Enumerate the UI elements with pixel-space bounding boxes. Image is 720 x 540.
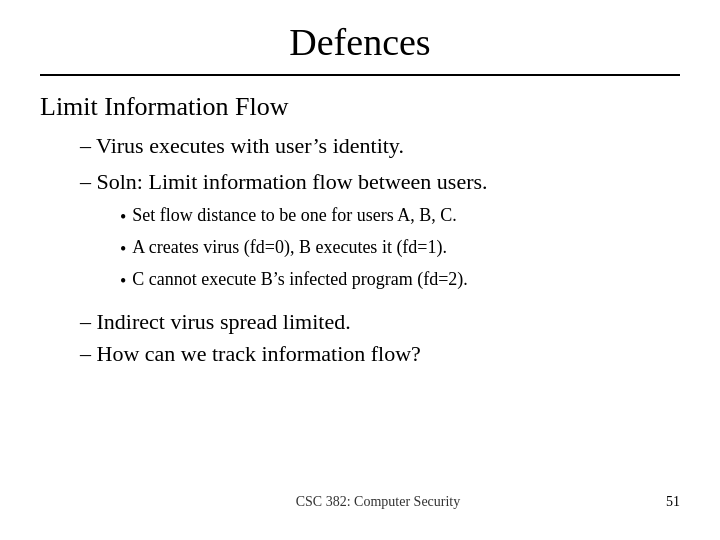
bullet-text: A creates virus (fd=0), B executes it (f…: [132, 234, 447, 260]
list-item: – Virus executes with user’s identity.: [40, 130, 680, 162]
slide-container: Defences Limit Information Flow – Virus …: [0, 0, 720, 540]
footer-page-number: 51: [666, 494, 680, 510]
list-item: • C cannot execute B’s infected program …: [40, 266, 680, 294]
list-item: • Set flow distance to be one for users …: [40, 202, 680, 230]
title-section: Defences: [40, 20, 680, 76]
list-item: • A creates virus (fd=0), B executes it …: [40, 234, 680, 262]
footer-course: CSC 382: Computer Security: [90, 494, 666, 510]
bullet-text: C cannot execute B’s infected program (f…: [132, 266, 468, 292]
list-item: – Indirect virus spread limited.: [40, 306, 680, 338]
bullet-icon: •: [120, 268, 126, 294]
section-heading: Limit Information Flow: [40, 92, 680, 122]
slide-title: Defences: [40, 20, 680, 64]
content-section: Limit Information Flow – Virus executes …: [40, 92, 680, 484]
bullet-text: Set flow distance to be one for users A,…: [132, 202, 456, 228]
bullet-icon: •: [120, 236, 126, 262]
level1-group: – Indirect virus spread limited. – How c…: [40, 306, 680, 370]
list-item: – How can we track information flow?: [40, 338, 680, 370]
footer: CSC 382: Computer Security 51: [40, 484, 680, 510]
list-item: – Soln: Limit information flow between u…: [40, 166, 680, 198]
bullet-icon: •: [120, 204, 126, 230]
